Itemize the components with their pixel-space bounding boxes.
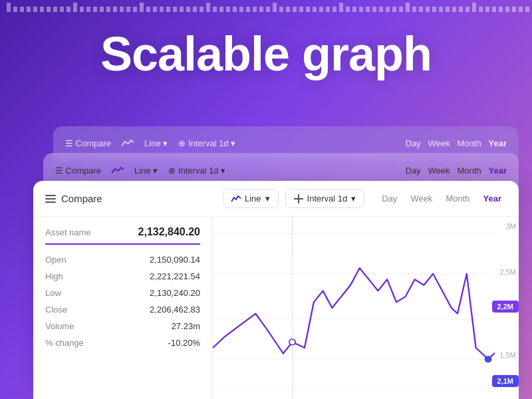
ruler-tick [392, 7, 396, 12]
ruler-tick [100, 7, 104, 12]
ruler-tick [273, 3, 277, 12]
ruler-tick [253, 7, 257, 12]
asset-value: 2,132,840.20 [138, 226, 200, 238]
ruler-tick [206, 3, 210, 12]
line-icon [231, 194, 241, 203]
ruler-tick [299, 7, 303, 12]
line-button[interactable]: Line ▾ [223, 189, 279, 208]
ruler-tick [346, 7, 350, 12]
stat-value: 2,221,221.54 [150, 271, 200, 281]
stat-label: Open [45, 255, 66, 265]
ruler-tick [140, 3, 144, 12]
y-label-3m: 3M [495, 222, 516, 230]
stat-row: Volume 27.23m [45, 318, 200, 334]
ruler-tick [47, 7, 51, 12]
ruler-tick [332, 7, 336, 12]
ruler-tick [359, 7, 363, 12]
stat-label: Volume [45, 321, 74, 331]
ruler-tick [472, 3, 476, 12]
stat-value: -10.20% [168, 338, 200, 348]
ruler-tick [193, 7, 197, 12]
card-stack: ☰ Compare Line ▾ ⊕ Interval 1d ▾ Day Wee… [33, 126, 519, 399]
ruler-tick [239, 7, 243, 12]
ruler-tick [279, 7, 283, 12]
ruler-tick [266, 7, 270, 12]
badge-2-2m: 2,2M [492, 301, 519, 313]
time-year[interactable]: Year [478, 190, 507, 207]
svg-point-7 [484, 356, 491, 362]
left-panel: Asset name 2,132,840.20 Open 2,150,090.1… [33, 217, 213, 399]
stats-list: Open 2,150,090.14 High 2,221,221.54 Low … [45, 251, 200, 351]
chart-area: Asset name 2,132,840.20 Open 2,150,090.1… [33, 217, 519, 399]
ruler-tick [173, 7, 177, 12]
ruler-tick [120, 7, 124, 12]
ruler-tick [259, 7, 263, 12]
ruler-tick [432, 7, 436, 12]
time-week[interactable]: Week [405, 190, 438, 207]
ruler-tick [246, 7, 250, 12]
stat-label: Close [45, 305, 67, 315]
ruler-tick [219, 7, 223, 12]
ruler-tick [86, 7, 90, 12]
ruler-tick [479, 7, 483, 12]
ruler-tick [7, 3, 11, 12]
time-month[interactable]: Month [440, 190, 475, 207]
interval-label: Interval 1d [307, 194, 348, 203]
ruler-tick [406, 3, 410, 12]
ruler-tick [113, 7, 117, 12]
ruler-tick [166, 7, 170, 12]
ruler-tick [40, 7, 44, 12]
ruler-tick [426, 7, 430, 12]
ruler-tick [499, 7, 503, 12]
ruler-tick [293, 7, 297, 12]
ruler-tick [313, 7, 317, 12]
toolbar: Compare Line ▾ Interval 1d ▾ Day [33, 181, 519, 217]
ruler-tick [133, 7, 137, 12]
badge-2-1m: 2,1M [492, 375, 519, 387]
stat-row: High 2,221,221.54 [45, 268, 200, 285]
ruler-tick [27, 7, 31, 12]
ruler-tick [326, 7, 330, 12]
ruler-tick [80, 7, 84, 12]
time-nav: Day Week Month Year [376, 190, 507, 207]
page-title: Scalable graph [0, 27, 532, 81]
stat-label: High [45, 271, 63, 281]
ruler-tick [439, 7, 443, 12]
stat-row: Open 2,150,090.14 [45, 251, 200, 268]
ruler-tick [525, 7, 529, 12]
hamburger-icon [45, 195, 56, 203]
ruler-tick [339, 3, 343, 12]
ruler-tick [20, 7, 24, 12]
interval-button[interactable]: Interval 1d ▾ [285, 189, 365, 208]
asset-name-row: Asset name 2,132,840.20 [45, 226, 200, 245]
line-chevron: ▾ [265, 194, 270, 203]
ruler-tick [200, 7, 203, 12]
y-label-1-5m: 1,5M [495, 351, 516, 359]
ruler-tick [366, 7, 370, 12]
ruler-tick [412, 7, 416, 12]
ruler-tick [466, 7, 469, 12]
ruler-tick [53, 7, 57, 12]
ruler-tick [352, 7, 356, 12]
interval-chevron: ▾ [351, 194, 356, 203]
ruler-tick [306, 7, 310, 12]
ruler-tick [66, 7, 70, 12]
ruler-tick [213, 7, 217, 12]
ruler-tick [386, 7, 390, 12]
stat-value: 27.23m [172, 321, 200, 331]
svg-point-9 [289, 339, 295, 345]
stat-row: % change -10.20% [45, 334, 200, 351]
ruler-tick [33, 7, 37, 12]
ruler-tick [399, 7, 403, 12]
chart-svg [213, 217, 519, 399]
ruler-tick [419, 7, 423, 12]
ruler-tick [153, 7, 157, 12]
ruler-tick [186, 7, 190, 12]
ruler-tick [505, 7, 509, 12]
compare-button[interactable]: Compare [45, 193, 102, 204]
stat-value: 2,150,090.14 [150, 255, 200, 265]
time-day[interactable]: Day [376, 190, 402, 207]
stat-row: Low 2,130,240.20 [45, 285, 200, 301]
ruler-tick [180, 7, 184, 12]
ruler-tick [452, 7, 456, 12]
